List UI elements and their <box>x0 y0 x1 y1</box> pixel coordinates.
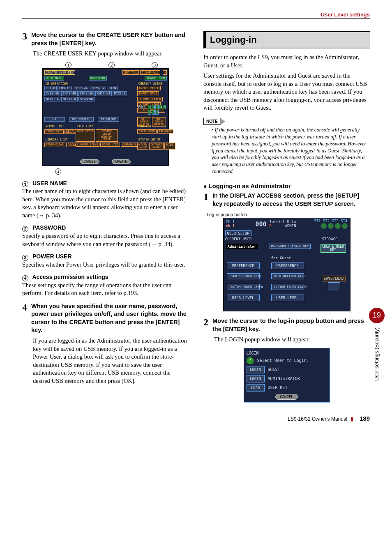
user-level-button[interactable]: USER LEVEL <box>227 295 260 301</box>
midi-button[interactable]: MIDI <box>164 143 175 150</box>
current-user-label: CURRENT USER <box>225 237 252 241</box>
cancel-button[interactable]: CANCEL <box>275 394 298 400</box>
page-number: 189 <box>360 415 370 422</box>
current-scene-button[interactable]: CURRENT SCENE <box>76 143 100 147</box>
password-field[interactable]: PASSWORD <box>89 76 107 81</box>
create-button[interactable]: CREATE <box>112 159 131 164</box>
ch-range-button[interactable]: ST/MONO <box>78 97 95 102</box>
left-column: 3 Move the cursor to the CREATE USER KEY… <box>22 31 189 403</box>
ch-range-button[interactable]: CH25-32 <box>90 86 106 91</box>
ha-button[interactable]: HA <box>44 117 65 122</box>
save-load-button[interactable]: SAVE/LOAD <box>322 276 346 281</box>
item-1-heading: 1 USER NAME <box>22 180 189 188</box>
intro-paragraph-2: User settings for the Administrator and … <box>203 72 370 112</box>
rack-slot[interactable]: 7 <box>152 110 155 115</box>
processing-button[interactable]: PROCESSING <box>69 117 94 122</box>
step-title: In the DISPLAY ACCESS section, press the… <box>212 192 370 208</box>
step-1-right: 1 In the DISPLAY ACCESS section, press t… <box>203 192 370 208</box>
subsection-bullet: Logging-in as Administrator <box>203 182 370 189</box>
rack-slot[interactable]: 2 <box>152 105 155 110</box>
udk-button[interactable]: USER DEFINED KEYS <box>227 273 260 279</box>
store-clear-button[interactable]: STORE/CLEAR <box>44 143 65 147</box>
channel-lower-label: ch 1 <box>226 224 235 228</box>
login-button[interactable]: LOGIN <box>247 366 265 373</box>
mute-master-button[interactable]: MUTE GROUP MASTER <box>152 117 166 127</box>
load-button[interactable]: LOAD <box>247 384 265 391</box>
close-icon[interactable]: × <box>163 70 167 75</box>
item-3-body: Specifies whether Power User privileges … <box>22 261 189 269</box>
save-key-button[interactable]: SAVE KEY <box>293 244 311 249</box>
rack-slot[interactable]: 4 <box>159 105 162 110</box>
power-user-toggle[interactable]: POWER USER <box>145 76 166 81</box>
cfl-button[interactable]: CUSTOM FADER LAYER <box>227 284 260 290</box>
login-button[interactable]: LOGIN <box>247 375 265 382</box>
ch-range-button[interactable]: CH1-8 <box>44 86 57 91</box>
callout-4: 4 <box>55 168 61 175</box>
step-number: 3 <box>22 31 27 47</box>
preference-guest-button[interactable]: PREFERENCE <box>271 263 304 269</box>
scene-list-label: SCENE LIST <box>44 124 65 129</box>
step-3: 3 Move the cursor to the CREATE USER KEY… <box>22 31 189 47</box>
preference-button[interactable]: PREFERENCE <box>227 263 260 269</box>
udk-guest-button[interactable]: USER DEFINED KEYS <box>271 273 304 279</box>
step-body: The LOGIN popup window will appear. <box>214 336 370 344</box>
meter-knob-icon <box>321 223 327 229</box>
ch-range-button[interactable]: CH17-24 <box>73 86 89 91</box>
input-patch-button[interactable]: INPUT PATCH <box>137 86 161 91</box>
clear-all-button[interactable]: CLEAR ALL <box>140 70 160 75</box>
callout-2: 2 <box>108 62 115 68</box>
fader-on-button[interactable]: FADER/ON <box>98 117 119 122</box>
user-name-field[interactable]: USER NAME <box>44 76 65 81</box>
user-setup-button[interactable]: USER SETUP <box>76 129 95 142</box>
create-user-key-area: CREATE USER KEY <box>321 244 346 253</box>
mixer-setup-button[interactable]: MIXER SETUP <box>137 143 149 150</box>
cfl-guest-button[interactable]: CUSTOM FADER LAYER <box>271 284 304 290</box>
ch-range-button[interactable]: CH41-48 <box>61 91 78 96</box>
step-number: 1 <box>203 192 208 208</box>
callout-1-ref: 1 <box>22 181 28 187</box>
figure-callouts-top: 1 2 3 <box>47 62 176 68</box>
administrator-label: ADMINISTRATOR <box>268 376 300 381</box>
system-monitor-setup-button[interactable]: SYSTEM SETUP MONITOR SETUP <box>96 129 118 142</box>
user-key-label: USER KEY <box>268 385 288 390</box>
item-1-body: The user name of up to eight characters … <box>22 187 189 219</box>
rack-slot[interactable]: 3 <box>155 105 159 110</box>
oscillator-button[interactable]: OSCILLATOR <box>137 129 157 134</box>
cancel-button[interactable]: CANCEL <box>80 159 99 164</box>
save-load-icon[interactable] <box>328 282 340 291</box>
user-setup-screen-figure: CH 1 ch 1 000 Initial Data R ADMIN ST1 S… <box>223 218 350 311</box>
step-title: Move the cursor to the CREATE USER KEY b… <box>31 31 189 47</box>
user-level-guest-button[interactable]: USER LEVEL <box>271 295 304 301</box>
ch-range-button[interactable]: CH57-64 <box>95 91 112 96</box>
talkback-button[interactable]: TALKBACK <box>157 129 173 134</box>
rack-slot[interactable]: 8 <box>155 110 159 115</box>
meter-knob-icon <box>342 223 348 229</box>
login-popup-figure: LOGIN ? Select User to Login. LOGIN GUES… <box>244 348 330 403</box>
item-4-heading: 4 Access permission settings <box>22 274 189 281</box>
rack-slot[interactable]: 6 <box>148 110 151 115</box>
chapter-label: User settings (Security) <box>374 327 380 381</box>
storage-label: STORAGE <box>322 237 338 241</box>
store-sort-button[interactable]: STORE/SORT <box>44 129 64 134</box>
manual-title: LS9-16/32 Owner's Manual <box>288 416 347 422</box>
callout-3-ref: 3 <box>22 255 28 261</box>
ch-range-button[interactable]: CH9-16 <box>58 86 72 91</box>
output-patch-button[interactable]: OUTPUT PATCH <box>137 97 163 102</box>
create-user-key-button[interactable]: CREATE USER KEY <box>321 244 346 253</box>
scene-list-button[interactable]: SCENE LIST <box>100 143 120 147</box>
rack-slot[interactable]: 1 <box>148 105 151 110</box>
input-name-button[interactable]: INPUT NAME <box>137 91 159 96</box>
step-body: The CREATE USER KEY popup window will ap… <box>33 50 189 58</box>
user-setup-tab[interactable]: USER SETUP <box>225 230 251 236</box>
monitor-label: MONITOR <box>137 124 153 129</box>
ch-range-button[interactable]: MIX9-16 <box>44 97 61 102</box>
outport-setup-button[interactable]: OUTPORT SETUP <box>149 143 164 150</box>
login-popup-button[interactable]: Administrator <box>226 244 258 249</box>
set-all-button[interactable]: SET ALL <box>122 70 139 75</box>
ch-range-button[interactable]: MIX1-8 <box>113 91 127 96</box>
ch-range-button[interactable]: MTRX1-8 <box>61 97 78 102</box>
rack-slot[interactable]: 5 <box>163 105 166 110</box>
ch-range-button[interactable]: STIN <box>107 86 118 91</box>
ch-range-button[interactable]: CH33-40 <box>44 91 61 96</box>
ch-range-button[interactable]: CH49-56 <box>78 91 95 96</box>
